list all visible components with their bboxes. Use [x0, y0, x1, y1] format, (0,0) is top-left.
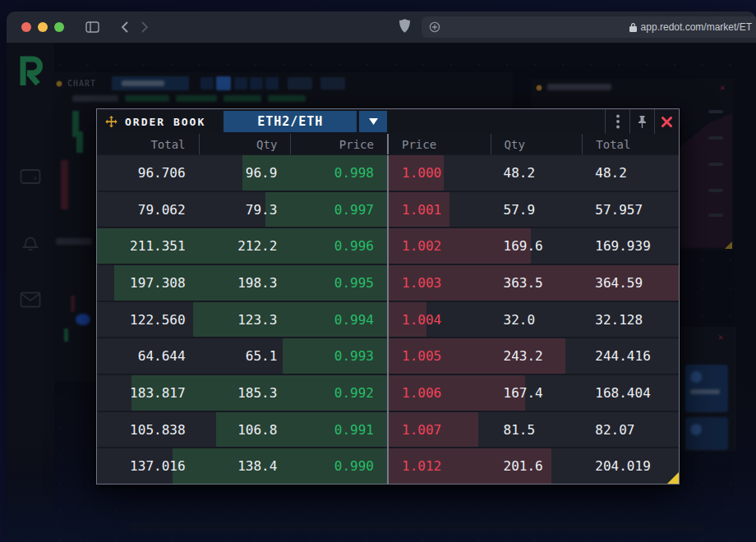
move-icon[interactable]: [104, 115, 118, 129]
page-options-icon[interactable]: [429, 21, 440, 33]
asks-qty-value: 57.9: [491, 202, 536, 218]
order-book-titlebar[interactable]: ORDER BOOK ETH2/ETH: [97, 109, 679, 134]
bid-row[interactable]: 64.64465.10.993: [97, 337, 387, 374]
panel-pin-button[interactable]: [629, 109, 654, 134]
panel-menu-button[interactable]: [605, 109, 629, 134]
caret-down-icon: [369, 118, 378, 125]
privacy-shield-icon[interactable]: [399, 19, 410, 36]
url-text: app.redot.com/market/ET: [629, 21, 752, 33]
asks-total-value: 168.404: [582, 385, 650, 401]
ask-row[interactable]: 1.005243.2244.416: [389, 337, 679, 374]
panel-resize-handle[interactable]: [667, 472, 679, 484]
app-content: CHART ✕ ✕: [7, 43, 756, 542]
window-controls[interactable]: [21, 22, 64, 32]
asks-qty-value: 81.5: [491, 422, 536, 438]
ask-row[interactable]: 1.00157.957.957: [389, 191, 679, 227]
asks-qty-value: 363.5: [491, 275, 543, 291]
asks-price-value: 1.006: [389, 385, 441, 401]
browser-window: app.redot.com/market/ET: [7, 11, 756, 542]
asks-qty-value: 243.2: [491, 348, 543, 364]
bid-row[interactable]: 197.308198.30.995: [97, 264, 387, 301]
bids-total-value: 79.062: [138, 202, 199, 218]
ask-row[interactable]: 1.00048.248.2: [389, 155, 679, 191]
bid-row[interactable]: 105.838106.80.991: [97, 411, 387, 448]
asks-price-value: 1.007: [389, 422, 441, 438]
asks-total-value: 57.957: [582, 202, 643, 218]
minimize-window-button[interactable]: [38, 22, 48, 32]
forward-icon[interactable]: [141, 21, 149, 33]
ask-row[interactable]: 1.006167.4168.404: [389, 374, 679, 411]
panel-title: ORDER BOOK: [125, 116, 205, 128]
order-book-body: 96.70696.90.99879.06279.30.997211.351212…: [97, 155, 679, 484]
browser-chrome: app.redot.com/market/ET: [7, 11, 756, 43]
bid-row[interactable]: 183.817185.30.992: [97, 374, 387, 411]
bids-qty-header: Qty: [199, 134, 291, 154]
asks-price-value: 1.004: [389, 312, 441, 328]
asks-qty-value: 167.4: [491, 385, 543, 401]
asks-total-value: 204.019: [582, 458, 650, 474]
bids-qty-value: 106.8: [237, 422, 290, 438]
asks-column: 1.00048.248.21.00157.957.9571.002169.616…: [389, 155, 679, 484]
bids-total-value: 137.016: [130, 458, 198, 474]
sidebar-toggle-icon[interactable]: [85, 21, 99, 33]
panel-close-button[interactable]: [654, 109, 679, 134]
back-icon[interactable]: [121, 21, 129, 33]
bids-qty-value: 185.3: [237, 385, 290, 401]
zoom-window-button[interactable]: [54, 22, 64, 32]
asks-price-value: 1.001: [389, 202, 441, 218]
bids-total-value: 183.817: [130, 385, 198, 401]
asks-total-value: 169.939: [582, 238, 650, 254]
asks-price-value: 1.005: [389, 348, 441, 364]
bid-row[interactable]: 122.560123.30.994: [97, 301, 387, 338]
ask-row[interactable]: 1.003363.5364.59: [389, 264, 679, 301]
pair-select[interactable]: ETH2/ETH: [224, 111, 357, 132]
asks-price-value: 1.012: [389, 458, 441, 474]
bids-total-value: 122.560: [130, 312, 198, 328]
bids-qty-value: 96.9: [246, 165, 291, 181]
asks-qty-value: 169.6: [491, 238, 543, 254]
bids-price-value: 0.992: [334, 385, 387, 401]
asks-qty-value: 48.2: [491, 165, 536, 181]
bids-price-value: 0.990: [334, 458, 387, 474]
ask-row[interactable]: 1.00781.582.07: [389, 411, 679, 448]
asks-total-value: 244.416: [582, 348, 650, 364]
order-book-panel: ORDER BOOK ETH2/ETH: [96, 108, 680, 485]
close-window-button[interactable]: [21, 22, 31, 32]
bids-total-value: 211.351: [130, 238, 198, 254]
asks-total-header: Total: [582, 134, 679, 154]
bids-column: 96.70696.90.99879.06279.30.997211.351212…: [97, 155, 387, 484]
bids-price-header: Price: [290, 134, 387, 154]
asks-price-value: 1.003: [389, 275, 441, 291]
lock-icon: [629, 22, 637, 32]
ask-row[interactable]: 1.002169.6169.939: [389, 227, 679, 264]
asks-total-value: 32.128: [582, 312, 643, 328]
asks-qty-header: Qty: [491, 134, 583, 154]
bids-price-value: 0.991: [334, 422, 387, 438]
bid-row[interactable]: 211.351212.20.996: [97, 227, 387, 264]
asks-price-value: 1.000: [389, 165, 441, 181]
bids-total-value: 96.706: [138, 165, 199, 181]
bids-total-value: 105.838: [130, 422, 198, 438]
bids-total-value: 197.308: [130, 275, 198, 291]
bids-price-value: 0.995: [334, 275, 387, 291]
bid-row[interactable]: 96.70696.90.998: [97, 155, 387, 191]
kebab-menu-icon: [616, 114, 620, 129]
bids-qty-value: 79.3: [246, 202, 291, 218]
asks-qty-value: 201.6: [491, 458, 543, 474]
asks-price-value: 1.002: [389, 238, 441, 254]
bids-price-value: 0.996: [334, 238, 387, 254]
ask-row[interactable]: 1.012201.6204.019: [389, 447, 679, 484]
bids-price-value: 0.994: [334, 312, 387, 328]
asks-total-value: 82.07: [582, 422, 634, 438]
bids-qty-value: 65.1: [246, 348, 291, 364]
bid-row[interactable]: 79.06279.30.997: [97, 191, 387, 227]
bids-qty-value: 138.4: [237, 458, 290, 474]
ask-row[interactable]: 1.00432.032.128: [389, 301, 679, 338]
address-bar[interactable]: app.redot.com/market/ET: [422, 16, 756, 38]
bid-row[interactable]: 137.016138.40.990: [97, 447, 387, 484]
bids-qty-value: 212.2: [237, 238, 290, 254]
bids-total-value: 64.644: [138, 348, 199, 364]
bids-price-value: 0.993: [334, 348, 387, 364]
pair-select-caret[interactable]: [359, 111, 387, 132]
asks-qty-value: 32.0: [491, 312, 536, 328]
